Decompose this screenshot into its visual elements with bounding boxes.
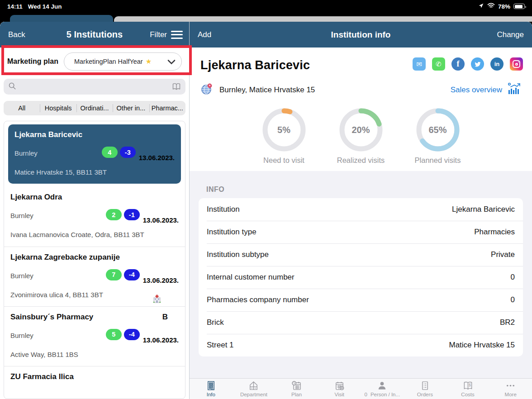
info-row-pharmacies-company-number: Pharmacies company number 0 xyxy=(199,289,523,311)
info-value: 0 xyxy=(511,273,515,282)
segment-all[interactable]: All xyxy=(4,101,40,115)
star-icon: ★ xyxy=(146,57,152,66)
list-item-zu-farmacia-ilica[interactable]: ZU Farmacia Ilica xyxy=(4,366,185,388)
info-row-institution-subtype: Institution subtype Private xyxy=(199,243,523,266)
background-tab xyxy=(10,15,113,22)
tab-costs[interactable]: $ Costs xyxy=(446,379,489,399)
list-item-ljekarna-zagrebacke[interactable]: Ljekarna Zagrebacke zupanije Burnley 7 -… xyxy=(4,247,185,306)
chevron-down-icon xyxy=(167,58,176,66)
tab-label: Person / In... xyxy=(370,392,400,397)
background-strip xyxy=(114,16,532,22)
tab-info[interactable]: Info xyxy=(190,379,233,399)
tab-orders[interactable]: Orders xyxy=(404,379,446,399)
info-label: Brick xyxy=(207,318,224,327)
info-card: Institution Ljekarna Baricevic Instituti… xyxy=(199,198,523,356)
segment-hospitals[interactable]: Hospitals xyxy=(40,101,76,115)
visit-date: 13.06.2023. xyxy=(143,216,179,224)
linkedin-icon[interactable]: in xyxy=(490,57,504,71)
donut-percent: 20% xyxy=(338,107,384,152)
marketing-plan-value: MarketingPlan HalfYear xyxy=(74,58,143,65)
institution-name: Sainsbury´s Pharmacy xyxy=(10,313,93,322)
info-row-brick: Brick BR2 xyxy=(199,311,523,334)
green-count-badge: 4 xyxy=(102,147,118,158)
change-button[interactable]: Change xyxy=(497,22,524,48)
info-building-icon xyxy=(206,380,216,391)
right-nav-title: Institution info xyxy=(190,22,532,48)
list-item-ljekarna-baricevic[interactable]: Ljekarna Baricevic Burnley 4 -3 13.06.20… xyxy=(8,124,181,184)
tab-label: Orders xyxy=(417,392,433,397)
sales-overview-label: Sales overview xyxy=(451,86,502,95)
sales-chart-icon xyxy=(508,82,521,97)
department-house-icon xyxy=(248,380,259,391)
tab-label: Costs xyxy=(461,392,474,397)
segment-ordination[interactable]: Ordinati... xyxy=(76,101,113,115)
marketing-plan-row: Marketing plan MarketingPlan HalfYear ★ xyxy=(0,48,189,76)
tab-label: Plan xyxy=(291,392,302,397)
donut-planned-visits: 65% Planned visits xyxy=(414,107,462,165)
tab-visit[interactable]: Visit xyxy=(318,379,361,399)
app-window: Back 5 Institutions Filter Marketing pla… xyxy=(0,22,532,399)
marketing-plan-label: Marketing plan xyxy=(7,57,58,66)
tab-department[interactable]: Department xyxy=(233,379,276,399)
institution-name: ZU Farmacia Ilica xyxy=(10,372,74,381)
hamburger-icon xyxy=(171,31,183,39)
institution-type-segments: All Hospitals Ordinati... Other in... Ph… xyxy=(4,101,185,115)
info-value: Matice Hrvatske 15 xyxy=(449,341,515,350)
info-label: Institution subtype xyxy=(207,250,269,259)
institution-info-panel: Add Institution info Change Ljekarna Bar… xyxy=(189,22,532,399)
address-book-icon[interactable] xyxy=(172,83,181,90)
visit-date: 13.06.2023. xyxy=(143,276,179,284)
blue-count-badge: -1 xyxy=(124,209,140,220)
right-nav-bar: Add Institution info Change xyxy=(190,22,532,48)
marketing-plan-dropdown[interactable]: MarketingPlan HalfYear ★ xyxy=(64,52,182,71)
institution-address: Ivana Lacmanovica Croate, Odra, BB11 3BT xyxy=(10,230,146,239)
segment-pharmacies[interactable]: Pharmac... xyxy=(149,101,185,115)
donut-realized-visits: 20% Realized visits xyxy=(337,107,385,165)
institution-name: Ljekarna Baricevic xyxy=(14,130,82,139)
phone-icon[interactable]: ✆ xyxy=(432,57,445,71)
donut-label: Realized visits xyxy=(337,156,385,165)
segment-other[interactable]: Other in... xyxy=(113,101,149,115)
green-count-badge: 2 xyxy=(106,209,122,220)
person-icon xyxy=(377,380,387,391)
tab-badge: 0 xyxy=(365,392,367,397)
tab-person[interactable]: 0 Person / In... xyxy=(361,379,404,399)
filter-label: Filter xyxy=(150,30,167,39)
window-backdrop xyxy=(0,13,532,22)
battery-icon xyxy=(513,4,525,9)
search-icon xyxy=(8,82,16,92)
bottom-tab-bar: Info Department xyxy=(190,378,532,399)
tab-more[interactable]: More xyxy=(489,379,532,399)
status-date: Wed 14 Jun xyxy=(28,3,62,10)
donut-label: Need to visit xyxy=(260,156,308,165)
donut-percent: 5% xyxy=(261,107,307,152)
tab-label: More xyxy=(505,392,517,397)
list-item-ljekarna-odra[interactable]: Ljekarna Odra Burnley 2 -1 13.06.2023. I… xyxy=(4,187,185,246)
tab-label: Visit xyxy=(334,392,344,397)
donut-need-to-visit: 5% Need to visit xyxy=(260,107,308,165)
tab-plan[interactable]: Plan xyxy=(275,379,318,399)
institution-location: Burnley, Matice Hrvatske 15 xyxy=(219,86,315,95)
search-bar xyxy=(4,79,185,95)
institution-address: Zvonimirova ulica 4, BB11 3BT xyxy=(10,290,146,299)
more-dots-icon xyxy=(505,380,516,391)
twitter-icon[interactable] xyxy=(471,57,484,71)
wifi-icon xyxy=(487,3,495,10)
filter-button[interactable]: Filter xyxy=(150,22,183,48)
info-value: Private xyxy=(491,250,515,259)
search-input[interactable] xyxy=(20,83,168,91)
hospital-icon xyxy=(152,294,162,306)
institution-name: Ljekarna Zagrebacke zupanije xyxy=(10,253,120,262)
tab-label: Info xyxy=(207,392,215,397)
info-label: Institution xyxy=(207,205,240,214)
list-item-sainsburys-pharmacy[interactable]: Sainsbury´s Pharmacy B Burnley 5 -4 13.0… xyxy=(4,306,185,366)
email-icon[interactable]: ✉ xyxy=(413,57,426,71)
info-row-institution-type: Institution type Pharmacies xyxy=(199,221,523,243)
visit-date: 13.06.2023. xyxy=(143,336,179,344)
institution-city: Burnley xyxy=(10,209,33,219)
institutions-panel: Back 5 Institutions Filter Marketing pla… xyxy=(0,22,189,399)
institution-address: Matice Hrvatske 15, BB11 3BT xyxy=(14,168,150,177)
instagram-icon[interactable] xyxy=(510,57,523,71)
facebook-icon[interactable]: f xyxy=(451,57,465,71)
sales-overview-link[interactable]: Sales overview xyxy=(451,82,521,97)
